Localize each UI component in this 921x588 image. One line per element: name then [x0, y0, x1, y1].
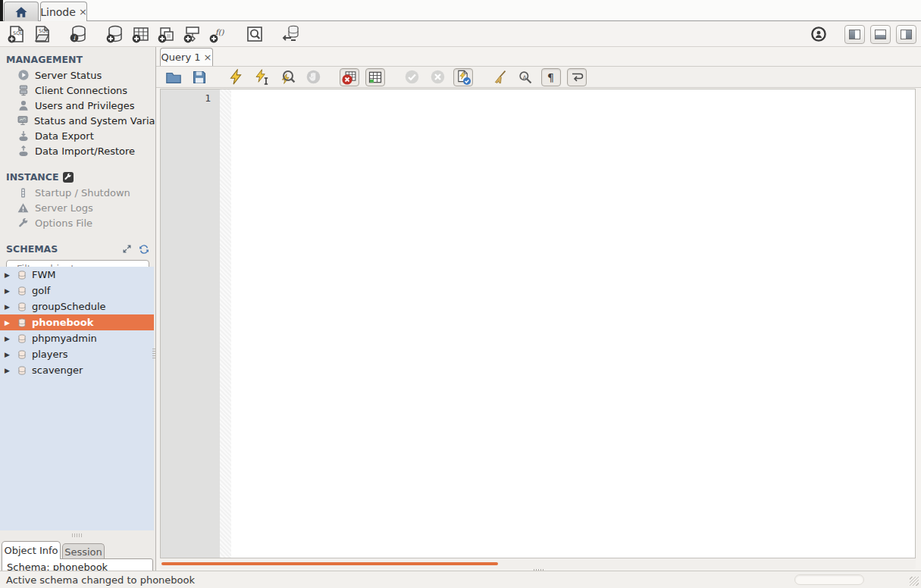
open-sql-script-icon: SQL: [33, 25, 52, 43]
explain-button[interactable]: [277, 68, 297, 86]
editor-toolbar: A ¶: [156, 66, 921, 88]
instance-title: INSTANCE: [6, 171, 59, 183]
tab-object-info[interactable]: Object Info: [2, 541, 61, 559]
toggle-wrap-button[interactable]: [567, 68, 587, 86]
management-section-header: MANAGEMENT: [0, 47, 155, 67]
play-circle-icon: [17, 69, 30, 81]
schema-row-groupschedule[interactable]: ▶ groupSchedule: [0, 299, 154, 314]
sidebar-item-status-variables[interactable]: Status and System Variables: [0, 113, 155, 128]
open-script-button[interactable]: [164, 68, 183, 86]
execute-current-button[interactable]: [252, 68, 271, 86]
commit-button[interactable]: [402, 68, 421, 86]
search-table-data-button[interactable]: [244, 23, 265, 45]
create-schema-button[interactable]: [105, 23, 126, 45]
toggle-autocommit-button[interactable]: [453, 68, 473, 86]
sidebar-item-users-privileges[interactable]: Users and Privileges: [0, 98, 155, 113]
toggle-invisibles-button[interactable]: ¶: [541, 68, 561, 86]
window-resize-grip[interactable]: [910, 577, 919, 586]
expander-icon[interactable]: ▶: [5, 271, 12, 279]
rollback-button[interactable]: [428, 68, 447, 86]
toggle-bottom-panel-button[interactable]: [870, 25, 891, 44]
left-panel-icon: [849, 30, 860, 39]
sidebar-splitter[interactable]: [0, 530, 154, 540]
stop-button[interactable]: [303, 68, 323, 86]
query-tab[interactable]: Query 1 ×: [160, 48, 213, 66]
fold-margin: [220, 89, 231, 558]
schema-row-fwm[interactable]: ▶ FWM: [0, 267, 154, 283]
schema-row-scavenger[interactable]: ▶ scavenger: [0, 362, 154, 378]
svg-text:SQL: SQL: [39, 28, 49, 34]
find-button[interactable]: A: [515, 68, 535, 86]
query-tab-label: Query 1: [161, 52, 201, 63]
create-function-button[interactable]: f(): [208, 23, 229, 45]
expander-icon[interactable]: ▶: [5, 303, 12, 311]
sidebar-item-data-import[interactable]: Data Import/Restore: [0, 143, 155, 158]
create-function-icon: f(): [209, 25, 227, 43]
wrench-badge-icon: [63, 172, 74, 183]
person-icon: [17, 99, 30, 111]
home-icon: [14, 5, 28, 19]
traffic-light-icon: [17, 187, 30, 199]
svg-text:¶: ¶: [547, 71, 554, 83]
database-icon: [17, 317, 27, 328]
create-table-button[interactable]: [130, 23, 152, 45]
query-workspace: Query 1 × A ¶ 1: [155, 47, 921, 571]
expander-icon[interactable]: ▶: [5, 335, 12, 342]
limit-rows-button[interactable]: [365, 68, 385, 86]
sidebar-item-server-status[interactable]: Server Status: [0, 67, 155, 83]
close-icon[interactable]: ×: [79, 6, 87, 17]
expand-icon[interactable]: [122, 244, 132, 254]
schema-row-golf[interactable]: ▶ golf: [0, 283, 154, 299]
schema-row-phpmyadmin[interactable]: ▶ phpmyadmin: [0, 330, 154, 346]
progress-indicator: [794, 574, 864, 585]
right-panel-icon: [901, 30, 912, 39]
connection-tab[interactable]: Linode ×: [40, 2, 87, 21]
create-table-icon: [132, 25, 150, 43]
line-number-gutter: 1: [161, 89, 220, 558]
create-procedure-icon: [183, 25, 202, 43]
toggle-left-sidebar-button[interactable]: [844, 25, 865, 44]
connection-tab-label: Linode: [40, 6, 76, 18]
hscrollbar-thumb[interactable]: [161, 562, 498, 565]
expander-icon[interactable]: ▶: [5, 367, 12, 374]
save-script-button[interactable]: [190, 68, 209, 86]
expander-icon[interactable]: ▶: [5, 351, 12, 358]
toggle-stop-on-error-button[interactable]: [340, 68, 359, 86]
refresh-icon[interactable]: [139, 244, 149, 255]
open-sql-script-button[interactable]: SQL: [32, 23, 53, 45]
user-account-button[interactable]: [808, 23, 829, 45]
new-query-tab-button[interactable]: SQL: [6, 23, 27, 45]
sidebar-item-server-logs[interactable]: Server Logs: [0, 200, 155, 215]
warning-icon: [17, 202, 30, 214]
schema-row-phonebook[interactable]: ▶ phonebook: [0, 314, 154, 330]
sync-database-button[interactable]: [280, 23, 302, 45]
management-title: MANAGEMENT: [6, 54, 83, 65]
execute-button[interactable]: [226, 68, 246, 86]
expander-icon[interactable]: ▶: [5, 287, 12, 295]
tab-session[interactable]: Session: [62, 543, 105, 559]
create-procedure-button[interactable]: [182, 23, 203, 45]
editor-hscrollbar[interactable]: [160, 559, 916, 569]
toggle-right-sidebar-button[interactable]: [896, 25, 916, 44]
beautify-button[interactable]: [490, 68, 509, 86]
user-account-icon: [810, 26, 827, 42]
database-icon: [17, 349, 27, 360]
close-icon[interactable]: ×: [204, 52, 212, 63]
database-icon: [17, 365, 27, 376]
new-sql-tab-icon: SQL: [8, 25, 26, 43]
home-tab[interactable]: [4, 2, 39, 21]
sidebar-item-client-connections[interactable]: Client Connections: [0, 83, 155, 98]
schema-row-players[interactable]: ▶ players: [0, 346, 154, 362]
sidebar-item-startup-shutdown[interactable]: Startup / Shutdown: [0, 185, 155, 200]
import-icon: [17, 145, 30, 157]
expander-icon[interactable]: ▶: [5, 319, 12, 327]
query-tab-strip: Query 1 ×: [156, 47, 921, 66]
sidebar-item-data-export[interactable]: Data Export: [0, 128, 155, 143]
sql-editor[interactable]: 1: [160, 89, 916, 558]
server-icon: [17, 84, 30, 96]
sidebar-item-options-file[interactable]: Options File: [0, 215, 155, 230]
export-icon: [17, 130, 30, 142]
create-view-button[interactable]: [156, 23, 177, 45]
create-schema-icon: [106, 25, 124, 43]
schema-inspector-button[interactable]: i: [68, 23, 89, 45]
